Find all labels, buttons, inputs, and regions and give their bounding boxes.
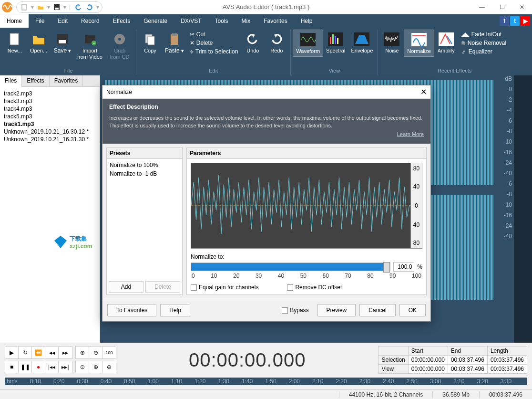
zoom-out-v-button[interactable]: ⊖ bbox=[102, 361, 116, 373]
file-item[interactable]: Unknown_2019.10.21_16.30.12 * bbox=[4, 128, 96, 136]
help-button[interactable]: Help bbox=[160, 304, 190, 316]
waveform-button[interactable]: Waveform bbox=[293, 30, 323, 57]
save-button[interactable]: Save ▾ bbox=[51, 30, 74, 56]
open-button[interactable]: Open... bbox=[27, 30, 51, 56]
normalize-slider[interactable] bbox=[191, 262, 390, 271]
close-button[interactable]: ✕ bbox=[512, 0, 532, 14]
window-controls: — ☐ ✕ bbox=[472, 0, 532, 14]
selection-end[interactable]: 00:03:37.496 bbox=[448, 356, 487, 365]
menu-generate[interactable]: Generate bbox=[137, 14, 174, 28]
rewind-button[interactable]: ⏪ bbox=[32, 347, 45, 358]
svg-rect-12 bbox=[148, 36, 154, 45]
file-list: track2.mp3 track3.mp3 track4.mp3 track5.… bbox=[0, 87, 100, 146]
file-item[interactable]: track2.mp3 bbox=[4, 90, 96, 97]
svg-rect-14 bbox=[172, 33, 177, 36]
menu-home[interactable]: Home bbox=[0, 14, 29, 28]
pause-button[interactable]: ❚❚ bbox=[19, 361, 32, 373]
menu-mix[interactable]: Mix bbox=[235, 14, 257, 28]
trim-button[interactable]: ⟡Trim to Selection bbox=[189, 48, 239, 55]
equal-gain-checkbox[interactable]: Equal gain for channels bbox=[191, 284, 258, 291]
amplify-button[interactable]: Amplify bbox=[434, 30, 458, 56]
preset-item[interactable]: Normalize to -1 dB bbox=[110, 169, 179, 178]
undo-button[interactable]: Undo bbox=[241, 30, 265, 56]
noise-button[interactable]: Noise bbox=[380, 30, 404, 56]
view-start[interactable]: 00:00:00.000 bbox=[408, 365, 448, 374]
qat-new-icon[interactable] bbox=[20, 2, 29, 12]
normalize-value-input[interactable] bbox=[393, 262, 414, 272]
copy-button[interactable]: Copy bbox=[138, 30, 162, 56]
dialog-close-button[interactable]: ✕ bbox=[420, 87, 427, 96]
tab-files[interactable]: Files bbox=[0, 75, 22, 87]
record-button[interactable]: ● bbox=[32, 361, 45, 373]
next-button[interactable]: ▸▸ bbox=[59, 347, 72, 358]
file-item[interactable]: track3.mp3 bbox=[4, 97, 96, 105]
view-end[interactable]: 00:03:37.496 bbox=[448, 365, 487, 374]
delete-button[interactable]: ✕Delete bbox=[189, 39, 239, 47]
file-item[interactable]: track5.mp3 bbox=[4, 113, 96, 120]
menu-favorites[interactable]: Favorites bbox=[257, 14, 294, 28]
file-item[interactable]: track4.mp3 bbox=[4, 105, 96, 113]
cancel-button[interactable]: Cancel bbox=[359, 304, 395, 316]
dc-offset-checkbox[interactable]: Remove DC offset bbox=[287, 284, 342, 291]
menu-tools[interactable]: Tools bbox=[208, 14, 235, 28]
selection-length[interactable]: 00:03:37.496 bbox=[487, 356, 527, 365]
cut-button[interactable]: ✂Cut bbox=[189, 31, 239, 38]
skip-end-button[interactable]: ▸▸| bbox=[59, 361, 72, 373]
grab-cd-button[interactable]: Grab from CD bbox=[105, 30, 134, 62]
preset-add-button[interactable]: Add bbox=[109, 281, 143, 293]
qat-save-icon[interactable] bbox=[52, 2, 61, 12]
equalizer-button[interactable]: ⫽Equalizer bbox=[460, 48, 507, 55]
play-button[interactable]: ▶ bbox=[5, 347, 19, 358]
dialog-titlebar[interactable]: Normalize ✕ bbox=[102, 85, 430, 99]
new-button[interactable]: New... bbox=[3, 30, 27, 56]
menu-effects[interactable]: Effects bbox=[106, 14, 137, 28]
menu-edit[interactable]: Edit bbox=[51, 14, 74, 28]
twitter-icon[interactable]: t bbox=[510, 16, 520, 26]
spectral-button[interactable]: Spectral bbox=[323, 30, 348, 56]
bypass-checkbox[interactable]: Bypass bbox=[282, 304, 308, 316]
to-favorites-button[interactable]: To Favorites bbox=[107, 304, 156, 316]
normalize-button[interactable]: Normalize bbox=[404, 30, 434, 57]
menu-file[interactable]: File bbox=[29, 14, 51, 28]
fade-button[interactable]: ◢◣Fade In/Out bbox=[460, 31, 507, 38]
maximize-button[interactable]: ☐ bbox=[492, 0, 512, 14]
learn-more-link[interactable]: Learn More bbox=[109, 131, 424, 137]
zoom-in-h-button[interactable]: ⊕ bbox=[76, 347, 89, 358]
facebook-icon[interactable]: f bbox=[500, 16, 509, 26]
preview-button[interactable]: Preview bbox=[317, 304, 356, 316]
loop-button[interactable]: ↻ bbox=[19, 347, 32, 358]
qat-undo-icon[interactable] bbox=[73, 2, 83, 12]
paste-button[interactable]: Paste ▾ bbox=[162, 30, 187, 56]
view-length[interactable]: 00:03:37.496 bbox=[487, 365, 527, 374]
zoom-selection-button[interactable]: ⊙ bbox=[76, 361, 89, 373]
preset-item[interactable]: Normalize to 100% bbox=[110, 161, 179, 169]
selection-start[interactable]: 00:00:00.000 bbox=[408, 356, 448, 365]
tab-effects[interactable]: Effects bbox=[22, 75, 49, 86]
zoom-in-v-button[interactable]: ⊕ bbox=[89, 361, 102, 373]
svg-rect-20 bbox=[337, 38, 338, 44]
skip-start-button[interactable]: |◂◂ bbox=[45, 361, 59, 373]
qat-open-icon[interactable] bbox=[36, 2, 45, 12]
timeline[interactable]: hms0:100:200:300:400:501:001:101:201:301… bbox=[5, 378, 527, 385]
minimize-button[interactable]: — bbox=[472, 0, 492, 14]
tab-favorites[interactable]: Favorites bbox=[50, 75, 83, 86]
envelope-button[interactable]: Envelope bbox=[348, 30, 376, 56]
youtube-icon[interactable]: ▶ bbox=[521, 16, 530, 26]
import-video-button[interactable]: Import from Video bbox=[74, 30, 105, 62]
noise-removal-button[interactable]: ≋Noise Removal bbox=[460, 39, 507, 47]
stop-button[interactable]: ■ bbox=[5, 361, 19, 373]
preset-delete-button[interactable]: Delete bbox=[145, 281, 180, 293]
prev-button[interactable]: ◂◂ bbox=[45, 347, 59, 358]
file-item[interactable]: Unknown_2019.10.21_16.31.30 * bbox=[4, 136, 96, 143]
qat-redo-icon[interactable] bbox=[85, 2, 94, 12]
menu-help[interactable]: Help bbox=[294, 14, 319, 28]
zoom-out-h-button[interactable]: ⊖ bbox=[89, 347, 102, 358]
zoom-fit-button[interactable]: 100 bbox=[102, 347, 116, 358]
menu-dxvst[interactable]: DX/VST bbox=[174, 14, 208, 28]
redo-button[interactable]: Redo bbox=[265, 30, 288, 56]
ok-button[interactable]: OK bbox=[399, 304, 426, 316]
presets-panel: Presets Normalize to 100% Normalize to -… bbox=[106, 147, 183, 295]
menubar: Home File Edit Record Effects Generate D… bbox=[0, 14, 532, 28]
menu-record[interactable]: Record bbox=[74, 14, 106, 28]
file-item-current[interactable]: track1.mp3 bbox=[4, 120, 96, 128]
